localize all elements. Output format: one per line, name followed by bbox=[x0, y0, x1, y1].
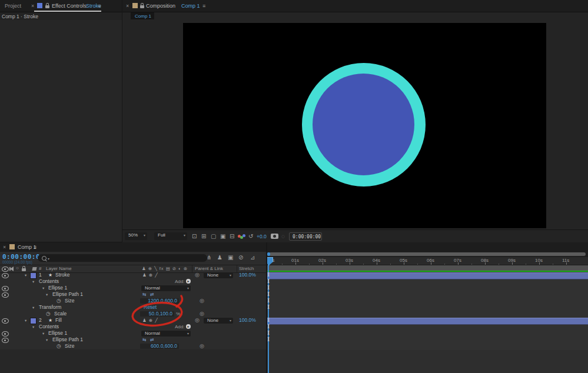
parent-link-column-header[interactable]: Parent & Link bbox=[195, 265, 223, 272]
property-label[interactable]: Ellipse Path 1 bbox=[52, 291, 83, 298]
property-row-scale[interactable]: ◷ Scale 50.0,100.0 % ◎ bbox=[0, 311, 266, 317]
mask-visibility-icon[interactable]: ▢ bbox=[211, 233, 216, 239]
property-label[interactable]: Scale bbox=[54, 311, 67, 317]
stretch-value[interactable]: 100.0% bbox=[239, 317, 256, 324]
property-row-ellipse-1[interactable]: ▾ Ellipse 1 Normal ▾ bbox=[0, 285, 266, 291]
panel-menu-icon[interactable]: ≡ bbox=[34, 244, 36, 250]
mini-flowchart-icon[interactable]: ⋔ bbox=[207, 254, 211, 261]
size-value[interactable]: 1200.0,600.0 bbox=[148, 298, 177, 304]
time-navigator[interactable] bbox=[267, 252, 588, 257]
view-layout-icon[interactable]: ⊡ bbox=[192, 233, 197, 239]
graph-editor-icon[interactable]: ⊿ bbox=[250, 254, 255, 261]
value-field[interactable]: 50.0,100.0 bbox=[140, 311, 174, 317]
twirl-icon[interactable]: ▾ bbox=[46, 337, 48, 343]
twirl-icon[interactable]: ▾ bbox=[32, 324, 34, 330]
lock-icon[interactable] bbox=[45, 5, 49, 8]
blend-mode-dropdown[interactable]: Normal ▾ bbox=[141, 285, 191, 291]
property-label[interactable]: Contents bbox=[39, 324, 59, 330]
parent-dropdown[interactable]: None ▾ bbox=[204, 272, 233, 278]
search-input[interactable]: ▾ bbox=[38, 254, 207, 262]
path-direction-icons[interactable]: ⇆ ⇄ bbox=[142, 291, 155, 298]
twirl-icon[interactable]: ▾ bbox=[25, 317, 26, 324]
property-row-size[interactable]: ◷ Size 1200.0,600.0 ◎ bbox=[0, 298, 266, 304]
tab-project[interactable]: Project bbox=[5, 3, 21, 9]
show-snapshot-icon[interactable]: ◌ bbox=[281, 233, 285, 239]
property-label[interactable]: Ellipse 1 bbox=[48, 330, 67, 337]
eye-icon[interactable] bbox=[2, 286, 9, 291]
motion-blur-icon[interactable]: ⊘ bbox=[238, 254, 243, 261]
eye-icon[interactable] bbox=[2, 292, 9, 298]
property-label[interactable]: Ellipse Path 1 bbox=[52, 337, 83, 343]
eye-icon[interactable] bbox=[2, 331, 9, 337]
tab-composition-name[interactable]: Comp 1 bbox=[181, 3, 200, 9]
layer-switches[interactable]: ♟ ⊕ ╱ bbox=[142, 317, 158, 324]
parent-dropdown[interactable]: None ▾ bbox=[204, 318, 233, 324]
panel-menu-icon[interactable]: ≡ bbox=[98, 3, 101, 9]
eye-icon[interactable] bbox=[2, 338, 9, 343]
value-field[interactable]: 1200.0,600.0 bbox=[140, 298, 179, 304]
pickwhip-icon[interactable]: ◎ bbox=[195, 272, 200, 278]
timeline-ruler[interactable]: 0s01s02s03s04s05s06s07s08s09s10s11s bbox=[267, 257, 588, 265]
transparency-grid-icon[interactable]: ▣ bbox=[220, 233, 225, 239]
pickwhip-icon[interactable]: ◎ bbox=[200, 311, 204, 317]
twirl-icon[interactable]: ▾ bbox=[25, 272, 26, 278]
add-button[interactable]: ▸ bbox=[186, 279, 191, 284]
panel-menu-icon[interactable]: ≡ bbox=[202, 3, 205, 9]
value-field[interactable]: 600.0,600.0 bbox=[140, 344, 179, 349]
close-icon[interactable]: × bbox=[31, 3, 34, 9]
magnification-dropdown[interactable]: 50% ▾ bbox=[125, 232, 147, 240]
close-icon[interactable]: × bbox=[126, 3, 129, 9]
twirl-icon[interactable]: ▾ bbox=[46, 291, 48, 298]
stopwatch-icon[interactable]: ◷ bbox=[57, 298, 61, 304]
reset-link[interactable]: Reset bbox=[144, 304, 157, 311]
stroke-layer-bar[interactable] bbox=[267, 272, 588, 279]
property-label[interactable]: Transform bbox=[39, 304, 61, 311]
viewer-tab[interactable]: Comp 1 bbox=[131, 12, 154, 19]
frame-blending-icon[interactable]: ▣ bbox=[228, 254, 233, 261]
twirl-icon[interactable]: ▾ bbox=[32, 304, 34, 311]
composition-canvas[interactable] bbox=[183, 23, 546, 228]
twirl-icon[interactable]: ▾ bbox=[42, 330, 44, 337]
stopwatch-icon[interactable]: ◷ bbox=[46, 311, 51, 317]
twirl-icon[interactable]: ▾ bbox=[32, 278, 34, 285]
snapshot-icon[interactable] bbox=[271, 234, 278, 239]
grid-guides-icon[interactable]: ⊞ bbox=[201, 233, 206, 239]
property-row-ellipse-1[interactable]: ▾ Ellipse 1 Normal ▾ bbox=[0, 330, 266, 337]
layer-switches[interactable]: ♟ ⊕ ╱ bbox=[142, 272, 158, 278]
layer-name[interactable]: Fill bbox=[55, 317, 62, 324]
twirl-icon[interactable]: ▾ bbox=[42, 285, 44, 291]
add-button[interactable]: ▸ bbox=[186, 324, 191, 329]
tab-effect-controls[interactable]: Effect Controls bbox=[52, 3, 87, 9]
property-row-size[interactable]: ◷ Size 600.0,600.0 ◎ bbox=[0, 343, 266, 349]
shy-layers-icon[interactable]: ♟ bbox=[217, 254, 222, 261]
property-label[interactable]: Size bbox=[65, 298, 75, 304]
layer-row-stroke[interactable]: ▾ 1 ★ Stroke ♟ ⊕ ╱ ◎ None ▾ 100.0% bbox=[0, 272, 266, 278]
property-label[interactable]: Size bbox=[65, 343, 75, 349]
resolution-dropdown[interactable]: Full ▾ bbox=[154, 232, 187, 240]
region-of-interest-icon[interactable]: ⊟ bbox=[230, 233, 234, 239]
property-label[interactable]: Ellipse 1 bbox=[48, 285, 67, 291]
pickwhip-icon[interactable]: ◎ bbox=[195, 317, 200, 324]
pickwhip-icon[interactable]: ◎ bbox=[200, 298, 204, 304]
property-row-contents[interactable]: ▾ Contents Add: ▸ bbox=[0, 324, 266, 330]
scale-value[interactable]: 50.0,100.0 bbox=[149, 311, 172, 317]
property-label[interactable]: Contents bbox=[39, 278, 59, 285]
tab-composition[interactable]: Composition bbox=[146, 3, 175, 9]
preview-time-box[interactable]: 0:00:00:00 bbox=[289, 232, 322, 241]
close-icon[interactable]: × bbox=[3, 244, 6, 250]
fill-layer-bar[interactable] bbox=[267, 318, 588, 325]
size-value[interactable]: 600.0,600.0 bbox=[151, 344, 177, 349]
blend-mode-dropdown[interactable]: Normal ▾ bbox=[141, 331, 191, 337]
property-row-ellipse-path-1[interactable]: ▾ Ellipse Path 1 ⇆ ⇄ bbox=[0, 337, 266, 343]
eye-icon[interactable] bbox=[2, 318, 9, 324]
property-row-contents[interactable]: ▾ Contents Add: ▸ bbox=[0, 278, 266, 285]
eye-icon[interactable] bbox=[2, 273, 9, 278]
exposure-value[interactable]: +0.0 bbox=[257, 234, 267, 239]
navigator-start-handle[interactable] bbox=[267, 252, 270, 256]
reset-exposure-icon[interactable]: ↺ bbox=[248, 233, 253, 239]
layer-row-fill[interactable]: ▾ 2 ★ Fill ♟ ⊕ ╱ ◎ None ▾ 100.0% bbox=[0, 317, 266, 324]
lock-icon[interactable] bbox=[140, 5, 144, 8]
layer-name[interactable]: Stroke bbox=[55, 272, 70, 278]
stretch-column-header[interactable]: Stretch bbox=[239, 265, 254, 272]
pickwhip-icon[interactable]: ◎ bbox=[200, 343, 204, 349]
